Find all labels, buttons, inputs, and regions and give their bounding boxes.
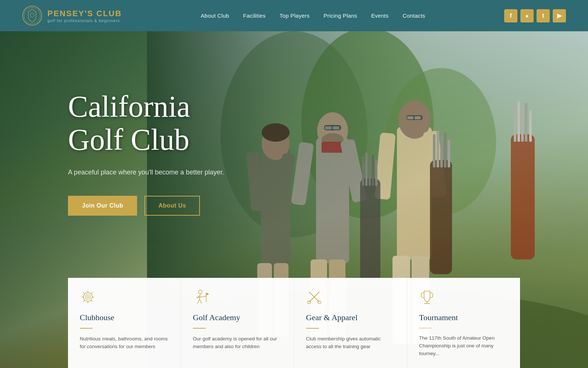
nav-item-about-club[interactable]: About Club (201, 13, 229, 19)
svg-rect-40 (362, 156, 364, 186)
logo-subtitle: golf for professionals & beginners (47, 18, 122, 23)
svg-line-4 (34, 13, 35, 14)
svg-rect-47 (437, 131, 439, 167)
svg-rect-25 (322, 142, 344, 153)
card-divider-3 (306, 328, 319, 329)
card-clubhouse-text: Nutritious meals, bathrooms, and rooms f… (80, 335, 169, 351)
svg-rect-24 (333, 126, 340, 130)
clubhouse-icon (80, 289, 169, 307)
social-icons: f ● t ▶ (504, 9, 566, 22)
svg-rect-46 (433, 134, 435, 167)
nav-item-events[interactable]: Events (371, 13, 389, 19)
card-golf-academy: Golf Academy Our golf academy is opened … (181, 278, 294, 368)
svg-rect-45 (430, 160, 452, 274)
card-clubhouse-title: Clubhouse (80, 313, 169, 322)
svg-marker-75 (206, 293, 209, 296)
svg-rect-55 (525, 103, 527, 142)
cards-section: Clubhouse Nutritious meals, bathrooms, a… (0, 278, 588, 368)
card-clubhouse: Clubhouse Nutritious meals, bathrooms, a… (68, 278, 181, 368)
svg-line-70 (197, 299, 200, 304)
tournament-icon (419, 289, 508, 307)
logo[interactable]: PENSEY'S CLUB golf for professionals & b… (22, 6, 122, 26)
card-tournament-text: The 117th South of Amateur Open Champion… (419, 335, 508, 358)
hero-title: California Golf Club (68, 90, 228, 156)
svg-rect-23 (325, 126, 332, 130)
svg-rect-53 (517, 101, 520, 142)
gear-apparel-icon (306, 289, 395, 307)
svg-rect-43 (372, 155, 374, 186)
nav-links: About Club Facilities Top Players Pricin… (201, 13, 425, 19)
card-gear-apparel-text: Club membership gives automatic access t… (306, 335, 395, 351)
logo-text: PENSEY'S CLUB golf for professionals & b… (47, 9, 122, 23)
svg-point-67 (87, 296, 89, 298)
logo-icon (22, 6, 42, 26)
svg-rect-49 (444, 132, 447, 167)
svg-point-1 (24, 8, 40, 24)
svg-line-5 (30, 13, 31, 14)
svg-rect-56 (529, 110, 532, 142)
golf-academy-icon (193, 289, 282, 307)
logo-title: PENSEY'S CLUB (47, 9, 122, 18)
card-gear-apparel: Gear & Apparel Club membership gives aut… (294, 278, 408, 368)
about-us-button[interactable]: About Us (144, 196, 200, 216)
card-golf-academy-title: Golf Academy (193, 313, 282, 322)
youtube-icon[interactable]: ▶ (553, 9, 566, 22)
svg-point-68 (198, 290, 202, 294)
svg-line-65 (91, 292, 93, 294)
card-divider (80, 328, 93, 329)
card-tournament-title: Tournament (419, 313, 508, 322)
svg-line-63 (83, 292, 85, 294)
svg-rect-54 (521, 107, 524, 142)
svg-rect-42 (369, 158, 371, 186)
twitter-icon[interactable]: t (537, 9, 550, 22)
hero-buttons: Join Our Club About Us (68, 196, 228, 216)
svg-line-69 (200, 294, 200, 299)
svg-rect-41 (365, 153, 368, 186)
svg-rect-48 (440, 136, 443, 167)
facebook-icon[interactable]: f (504, 9, 517, 22)
instagram-icon[interactable]: ● (520, 9, 534, 22)
card-tournament: Tournament The 117th South of Amateur Op… (407, 278, 520, 368)
nav-item-pricing-plans[interactable]: Pricing Plans (323, 13, 357, 19)
card-divider-2 (193, 328, 206, 329)
navbar: PENSEY'S CLUB golf for professionals & b… (0, 0, 588, 31)
svg-line-71 (200, 299, 202, 304)
svg-rect-52 (514, 105, 516, 142)
svg-rect-33 (407, 116, 413, 119)
card-golf-academy-text: Our golf academy is opened for all our m… (193, 335, 282, 351)
svg-line-66 (83, 300, 85, 302)
svg-rect-51 (511, 134, 535, 259)
nav-item-top-players[interactable]: Top Players (280, 13, 310, 19)
card-gear-apparel-title: Gear & Apparel (306, 313, 395, 322)
svg-rect-50 (448, 140, 450, 167)
svg-point-58 (85, 294, 90, 300)
hero-subtitle: A peaceful place where you'll become a b… (68, 167, 228, 177)
nav-item-contacts[interactable]: Contacts (403, 13, 426, 19)
svg-point-2 (31, 14, 34, 17)
hero-section: California Golf Club A peaceful place wh… (0, 31, 588, 368)
svg-rect-44 (375, 160, 377, 186)
svg-rect-39 (360, 178, 380, 282)
join-club-button[interactable]: Join Our Club (68, 196, 137, 216)
svg-line-64 (91, 300, 93, 302)
svg-rect-34 (415, 116, 421, 119)
svg-point-14 (262, 123, 290, 142)
svg-point-57 (83, 293, 92, 301)
nav-item-facilities[interactable]: Facilities (243, 13, 265, 19)
